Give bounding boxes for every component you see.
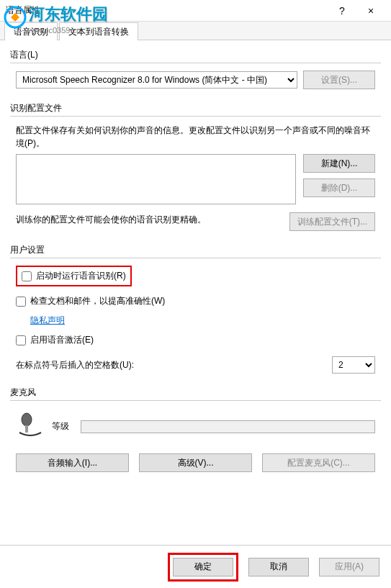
review-checkbox[interactable] [16,297,26,307]
language-settings-button[interactable]: 设置(S)... [303,71,375,89]
review-checkbox-label: 检查文档和邮件，以提高准确性(W) [30,295,165,307]
voice-activation-checkbox[interactable] [16,335,26,345]
train-profile-button[interactable]: 训练配置文件(T)... [289,212,375,231]
privacy-link[interactable]: 隐私声明 [30,315,65,327]
close-button[interactable]: × [356,1,385,21]
cancel-button[interactable]: 取消 [248,558,309,576]
voice-activation-checkbox-label: 启用语音激活(E) [30,334,94,346]
language-label: 语言(L) [10,49,381,61]
dialog-buttons: 确定 取消 应用(A) [0,545,391,588]
audio-input-button[interactable]: 音频输入(I)... [16,453,129,472]
microphone-section: 麦克风 等级 音频输入(I)... 高级(V)... 配置麦克风(C)... [10,386,381,472]
titlebar: 语音属性 ? × [0,0,391,22]
user-settings-label: 用户设置 [10,244,381,256]
new-profile-button[interactable]: 新建(N)... [303,154,375,173]
tab-strip: 语音识别 文本到语音转换 [0,22,391,40]
profile-label: 识别配置文件 [10,102,381,114]
spaces-label: 在标点符号后插入的空格数(U): [16,359,134,371]
tab-text-to-speech[interactable]: 文本到语音转换 [59,22,138,40]
apply-button[interactable]: 应用(A) [319,558,379,576]
level-label: 等级 [52,420,69,433]
help-button[interactable]: ? [328,1,356,21]
configure-mic-button[interactable]: 配置麦克风(C)... [262,453,375,472]
user-settings-section: 用户设置 启动时运行语音识别(R) 检查文档和邮件，以提高准确性(W) 隐私声明… [10,244,381,374]
train-description: 训练你的配置文件可能会使你的语音识别更精确。 [16,213,284,226]
microphone-label: 麦克风 [10,386,381,399]
microphone-icon [16,411,45,442]
spaces-select[interactable]: 2 [332,356,375,374]
svg-rect-2 [25,425,28,433]
level-meter [81,420,375,433]
language-select[interactable]: Microsoft Speech Recognizer 8.0 for Wind… [16,71,297,89]
language-section: 语言(L) Microsoft Speech Recognizer 8.0 fo… [10,49,381,89]
window-title: 语音属性 [6,4,328,17]
profile-section: 识别配置文件 配置文件保存有关如何识别你的声音的信息。更改配置文件以识别另一个声… [10,102,381,231]
profile-list[interactable] [16,154,296,204]
startup-checkbox[interactable] [22,271,32,281]
tab-speech-recognition[interactable]: 语音识别 [4,22,58,40]
ok-button[interactable]: 确定 [173,558,233,576]
startup-checkbox-label: 启动时运行语音识别(R) [36,270,126,282]
advanced-button[interactable]: 高级(V)... [139,453,252,472]
content-area: 语言(L) Microsoft Speech Recognizer 8.0 fo… [0,40,391,494]
svg-point-1 [22,413,32,426]
delete-profile-button[interactable]: 删除(D)... [303,178,375,197]
profile-description: 配置文件保存有关如何识别你的声音的信息。更改配置文件以识别另一个声音或不同的噪音… [16,124,375,150]
